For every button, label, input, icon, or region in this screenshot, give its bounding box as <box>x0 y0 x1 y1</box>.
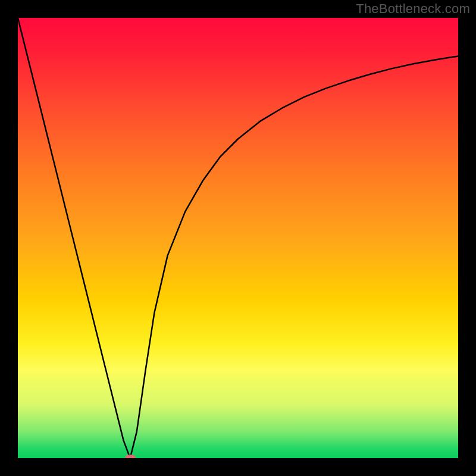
watermark-text: TheBottleneck.com <box>356 1 470 17</box>
minimum-marker <box>125 455 136 458</box>
chart-frame: TheBottleneck.com <box>0 0 476 476</box>
plot-area <box>18 18 458 458</box>
bottleneck-curve <box>18 18 458 458</box>
